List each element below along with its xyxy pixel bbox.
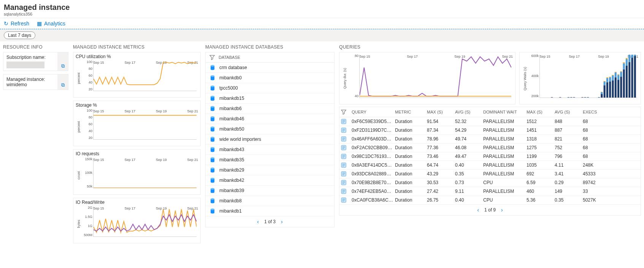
- filter-icon[interactable]: [341, 109, 346, 115]
- database-row[interactable]: mibankdb39: [206, 186, 334, 196]
- query-wait: PARALLELISM: [483, 154, 525, 159]
- query-row[interactable]: 0x8A3EF414DC5D...Duration64.740.40PARALL…: [339, 161, 641, 170]
- query-row[interactable]: 0x74EF42EB5A0D1...Duration27.429.11PARAL…: [339, 187, 641, 196]
- database-name: mibankdb50: [219, 126, 244, 132]
- svg-rect-132: [634, 56, 636, 98]
- query-avg1: 49.74: [455, 136, 482, 142]
- database-row[interactable]: mibankdb42: [206, 175, 334, 186]
- subscription-label: Subscription name:: [6, 55, 54, 60]
- metric-chart-cpu[interactable]: CPU utilization %percent10080604020Sep 1…: [73, 52, 201, 98]
- filter-icon[interactable]: [209, 55, 215, 60]
- query-wait: PARALLELISM: [483, 119, 525, 124]
- metric-chart-io[interactable]: IO requestscount150k100k50kSep 15Sep 17S…: [73, 149, 201, 195]
- metric-chart-iorw[interactable]: IO Read/Writebytes2G1.5G1G500MSep 15Sep …: [73, 198, 201, 243]
- query-row[interactable]: 0x46AFF6A603DB...Duration78.9649.74PARAL…: [339, 135, 641, 143]
- query-hash: 0xF6C59E339D5DF...: [352, 119, 393, 124]
- query-avg2: 848: [555, 119, 581, 124]
- subscription-open-button[interactable]: ⧉: [57, 52, 68, 71]
- refresh-button[interactable]: ↻ Refresh: [4, 20, 29, 27]
- query-row[interactable]: 0x93DC8A02889C...Duration43.290.35PARALL…: [339, 170, 641, 178]
- svg-rect-107: [609, 77, 611, 77]
- query-avg1: 52.32: [455, 119, 482, 124]
- analytics-button[interactable]: ▦ Analytics: [37, 20, 65, 27]
- query-row[interactable]: 0x98C1DC76193B...Duration73.4649.47PARAL…: [339, 152, 641, 161]
- query-max2: 1275: [527, 145, 553, 150]
- database-row[interactable]: crm database: [206, 63, 334, 73]
- section-info-title: RESOURCE INFO: [3, 44, 68, 50]
- database-row[interactable]: mibankdb8: [206, 196, 334, 206]
- query-metric: Duration: [395, 162, 425, 168]
- query-max2: 1451: [527, 128, 553, 133]
- chart-title: CPU utilization %: [76, 54, 198, 59]
- query-icon: [341, 145, 346, 150]
- analytics-label: Analytics: [44, 20, 65, 27]
- query-avg2: 796: [555, 154, 581, 159]
- query-row[interactable]: 0xF2D31199D7CC...Duration87.3454.29PARAL…: [339, 126, 641, 135]
- query-row[interactable]: 0xCA0FCB38A6C2...Duration26.750.40CPU5.3…: [339, 196, 641, 205]
- query-hash: 0x70E9B2B8E70EC...: [352, 180, 393, 185]
- query-icon: [341, 119, 346, 124]
- database-row[interactable]: mibankdb50: [206, 124, 334, 134]
- query-row[interactable]: 0xF2AC92CBB098...Duration77.3646.08PARAL…: [339, 143, 641, 152]
- pager-prev-button[interactable]: ‹: [257, 219, 259, 225]
- col-execs: EXECS: [583, 110, 606, 114]
- query-hash: 0x98C1DC76193B...: [352, 154, 393, 159]
- svg-point-9: [211, 106, 214, 108]
- pager-next-button[interactable]: ›: [281, 219, 283, 225]
- query-icon: [341, 180, 346, 185]
- section-queries-title: QUERIES: [339, 44, 641, 50]
- time-range-pill[interactable]: Last 7 days: [4, 32, 35, 39]
- pager-next-button[interactable]: ›: [501, 207, 503, 213]
- svg-rect-116: [617, 74, 619, 75]
- svg-rect-106: [609, 77, 611, 82]
- page-title: Managed instance: [4, 3, 640, 12]
- svg-rect-125: [626, 58, 628, 59]
- metric-chart-storage[interactable]: Storage %percent10080604020Sep 15Sep 17S…: [73, 101, 201, 146]
- svg-rect-113: [615, 72, 617, 73]
- query-wait: CPU: [483, 197, 525, 203]
- query-execs: 68: [583, 128, 606, 133]
- svg-rect-111: [615, 77, 617, 98]
- query-row[interactable]: 0x70E9B2B8E70EC...Duration30.530.73CPU6.…: [339, 178, 641, 187]
- svg-rect-60: [568, 97, 569, 98]
- database-row[interactable]: mibankdb15: [206, 93, 334, 104]
- query-icon: [341, 171, 346, 177]
- database-row[interactable]: wide world importers: [206, 134, 334, 145]
- query-duration-chart[interactable]: Query dur. (s)8040Sep 15Sep 17Sep 19Sep …: [339, 52, 516, 104]
- database-name: mibankdb6: [219, 106, 242, 111]
- filter-bar: Last 7 days: [0, 29, 644, 41]
- database-name: mibankdb46: [219, 116, 244, 121]
- query-avg2: 0.35: [555, 197, 581, 203]
- query-metric: Duration: [395, 145, 425, 150]
- database-row[interactable]: mibankdb29: [206, 165, 334, 175]
- database-row[interactable]: mibankdb43: [206, 145, 334, 155]
- svg-rect-100: [604, 82, 606, 85]
- query-metric: Duration: [395, 136, 425, 142]
- page-subtitle: sqlanalytics356: [4, 12, 640, 16]
- svg-rect-93: [598, 97, 600, 98]
- query-row[interactable]: 0xF6C59E339D5DF...Duration91.5452.32PARA…: [339, 117, 641, 126]
- database-row[interactable]: mibankdb0: [206, 73, 334, 83]
- database-row[interactable]: mibankdb1: [206, 206, 334, 216]
- query-hash: 0xF2D31199D7CC...: [352, 128, 393, 133]
- pager-prev-button[interactable]: ‹: [477, 207, 479, 213]
- svg-rect-112: [615, 73, 617, 77]
- database-row[interactable]: mibankdb6: [206, 104, 334, 114]
- svg-point-19: [211, 158, 214, 159]
- query-execs: 5027K: [583, 197, 606, 203]
- svg-rect-118: [620, 72, 622, 77]
- database-row[interactable]: mibankdb46: [206, 114, 334, 124]
- database-row[interactable]: tpcc5000: [206, 83, 334, 93]
- svg-rect-115: [617, 75, 619, 80]
- database-row[interactable]: mibankdb35: [206, 155, 334, 165]
- svg-rect-126: [628, 62, 630, 98]
- section-db-title: MANAGED INSTANCE DATABASES: [205, 44, 335, 50]
- open-external-icon: ⧉: [61, 82, 65, 88]
- managed-instance-open-button[interactable]: ⧉: [57, 74, 68, 90]
- section-metrics-title: MANAGED INSTANCE METRICS: [73, 44, 201, 50]
- database-name: mibankdb15: [219, 96, 244, 101]
- query-waits-chart[interactable]: Query Waits (s)600k400k200kSep 15Sep 17S…: [519, 52, 641, 104]
- database-name: mibankdb35: [219, 157, 244, 162]
- query-avg2: 0.29: [555, 180, 581, 185]
- query-icon: [341, 128, 346, 133]
